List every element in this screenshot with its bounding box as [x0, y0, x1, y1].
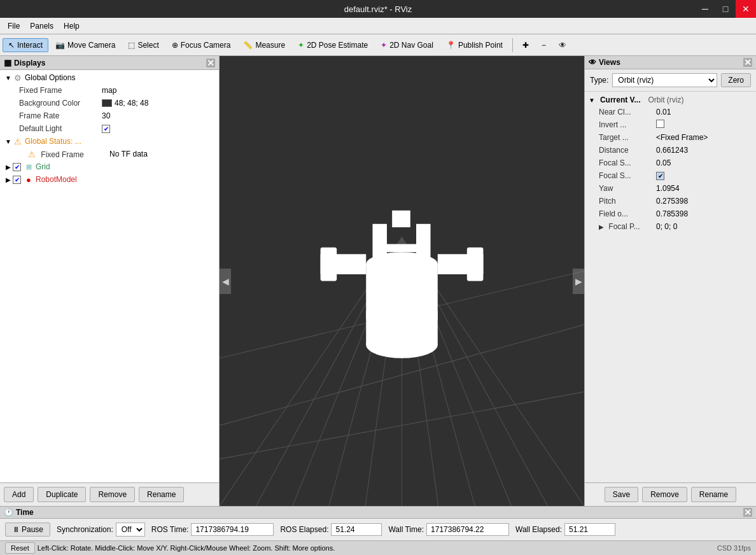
pause-button[interactable]: ⏸ Pause — [5, 523, 50, 537]
color-swatch[interactable] — [102, 99, 112, 107]
tool-eye[interactable]: 👁 — [553, 38, 572, 52]
expand-global-options[interactable]: ▼ — [4, 74, 13, 81]
fixed-frame-value[interactable]: map — [102, 86, 215, 95]
viewport-arrow-right[interactable]: ▶ — [573, 269, 584, 294]
ros-elapsed-input[interactable] — [331, 523, 382, 536]
expand-grid[interactable]: ▶ — [4, 164, 13, 171]
sync-select[interactable]: Off — [116, 523, 145, 537]
views-rename-button[interactable]: Rename — [691, 487, 736, 502]
plus-icon: ✚ — [522, 41, 529, 50]
global-status-ff-text: Fixed Frame — [41, 150, 83, 159]
time-close-button[interactable]: ✕ — [743, 508, 752, 517]
view-row-invert: Invert ... — [589, 118, 752, 131]
invert-label: Invert ... — [599, 120, 656, 129]
tree-item-global-options[interactable]: ▼ ⚙ Global Options — [1, 71, 218, 84]
duplicate-button[interactable]: Duplicate — [38, 487, 86, 502]
maximize-button[interactable]: □ — [715, 0, 736, 18]
focal-s1-value[interactable]: 0.05 — [656, 158, 742, 167]
views-save-button[interactable]: Save — [605, 487, 638, 502]
displays-panel: ▦ Displays ✕ ▼ ⚙ Global Options Fixed Fr… — [0, 56, 220, 506]
tool-2d-pose[interactable]: ✦ 2D Pose Estimate — [292, 38, 374, 52]
current-view-header[interactable]: ▼ Current V... Orbit (rviz) — [589, 94, 752, 106]
tool-interact[interactable]: ↖ Interact — [3, 38, 48, 52]
tool-plus[interactable]: ✚ — [517, 38, 535, 52]
tool-select[interactable]: ⬚ Select — [122, 38, 164, 52]
views-remove-button[interactable]: Remove — [642, 487, 687, 502]
frame-rate-value[interactable]: 30 — [102, 111, 215, 120]
views-panel-icon: 👁 — [589, 58, 596, 67]
views-header: 👁 Views ✕ — [585, 56, 756, 69]
time-header: 🕐 Time ✕ — [0, 507, 756, 519]
views-close-button[interactable]: ✕ — [743, 58, 752, 67]
target-value[interactable]: <Fixed Frame> — [656, 133, 742, 142]
displays-footer: Add Duplicate Remove Rename — [0, 482, 219, 506]
ros-time-input[interactable] — [191, 523, 274, 536]
view-row-near-clip: Near Cl... 0.01 — [589, 106, 752, 118]
zero-button[interactable]: Zero — [721, 73, 751, 87]
focal-p-value: 0; 0; 0 — [656, 222, 742, 231]
invert-checkbox[interactable] — [656, 120, 664, 128]
tree-item-robot-model[interactable]: ▶ ✔ ● RobotModel — [1, 173, 218, 186]
global-status-ff-value: No TF data — [109, 150, 215, 158]
wall-time-input[interactable] — [426, 523, 509, 536]
tool-measure[interactable]: 📏 Measure — [237, 38, 291, 52]
view-row-pitch: Pitch 0.275398 — [589, 195, 752, 207]
view-row-distance: Distance 0.661243 — [589, 144, 752, 157]
wall-elapsed-input[interactable] — [564, 523, 615, 536]
pause-icon: ⏸ — [12, 525, 20, 534]
tool-2d-nav[interactable]: ✦ 2D Nav Goal — [375, 38, 439, 52]
svg-rect-27 — [384, 244, 419, 252]
point-icon: 📍 — [446, 41, 456, 50]
viewport-arrow-left[interactable]: ◀ — [220, 269, 231, 294]
near-clip-value[interactable]: 0.01 — [656, 108, 742, 116]
view-section-current: ▼ Current V... Orbit (rviz) Near Cl... 0… — [585, 92, 756, 235]
pitch-value[interactable]: 0.275398 — [656, 197, 742, 206]
default-light-value[interactable]: ✔ — [102, 125, 215, 133]
prop-background-color: Background Color 48; 48; 48 — [1, 97, 218, 109]
minus-icon: − — [542, 41, 546, 50]
views-type-select[interactable]: Orbit (rviz) — [612, 73, 717, 87]
viewport[interactable]: ◀ ▶ — [220, 56, 584, 506]
close-button[interactable]: ✕ — [736, 0, 756, 18]
add-button[interactable]: Add — [4, 487, 34, 502]
tool-move-camera[interactable]: 📷 Move Camera — [50, 38, 121, 52]
tool-focus-camera[interactable]: ⊕ Focus Camera — [166, 38, 237, 52]
menu-panels[interactable]: Panels — [25, 20, 59, 32]
background-color-value[interactable]: 48; 48; 48 — [102, 99, 215, 108]
wall-time-field: Wall Time: — [388, 523, 509, 536]
focal-point-expand[interactable]: ▶ — [599, 223, 604, 230]
invert-value[interactable] — [656, 120, 742, 130]
distance-label: Distance — [599, 146, 656, 155]
default-light-checkbox[interactable]: ✔ — [102, 125, 110, 133]
reset-button[interactable]: Reset — [5, 542, 35, 554]
tool-publish[interactable]: 📍 Publish Point — [440, 38, 508, 52]
tool-minus[interactable]: − — [536, 38, 552, 52]
menu-help[interactable]: Help — [59, 20, 85, 32]
prop-frame-rate: Frame Rate 30 — [1, 109, 218, 122]
title: default.rviz* - RViz — [344, 4, 412, 14]
tree-item-global-status[interactable]: ▼ ⚠ Global Status: ... — [1, 135, 218, 148]
menu-file[interactable]: File — [3, 20, 25, 32]
robot-model-checkbox[interactable]: ✔ — [13, 176, 21, 184]
focal-s2-checkbox[interactable]: ✔ — [656, 172, 664, 180]
expand-global-status[interactable]: ▼ — [4, 138, 13, 145]
yaw-value[interactable]: 1.0954 — [656, 184, 742, 193]
statusbar: Reset Left-Click: Rotate. Middle-Click: … — [0, 540, 756, 555]
expand-robot-model[interactable]: ▶ — [4, 176, 13, 183]
fov-value[interactable]: 0.785398 — [656, 209, 742, 218]
warning-icon-2: ⚠ — [27, 149, 37, 159]
current-view-expand[interactable]: ▼ — [589, 97, 595, 104]
grid-checkbox[interactable]: ✔ — [13, 163, 21, 171]
tool-move-camera-label: Move Camera — [67, 41, 115, 50]
prop-default-light: Default Light ✔ — [1, 122, 218, 135]
tree-item-grid[interactable]: ▶ ✔ ⊞ Grid — [1, 160, 218, 173]
current-view-type: Orbit (rviz) — [648, 95, 683, 104]
focal-s2-value[interactable]: ✔ — [656, 171, 742, 180]
displays-close-button[interactable]: ✕ — [206, 59, 215, 67]
near-clip-label: Near Cl... — [599, 108, 656, 116]
remove-button[interactable]: Remove — [90, 487, 135, 502]
svg-rect-26 — [392, 211, 410, 227]
minimize-button[interactable]: ─ — [695, 0, 715, 18]
rename-button[interactable]: Rename — [139, 487, 184, 502]
distance-value[interactable]: 0.661243 — [656, 146, 742, 155]
